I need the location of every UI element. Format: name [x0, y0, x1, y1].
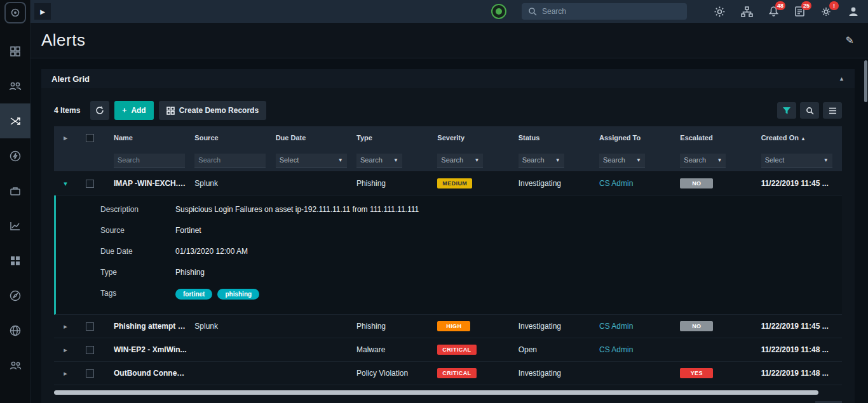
cell-type: Phishing [356, 322, 437, 331]
expand-row-caret[interactable]: ▸ [64, 322, 67, 331]
column-header-severity[interactable]: Severity [437, 134, 518, 142]
filter-severity-value: Search [441, 156, 463, 164]
filter-name-input[interactable] [114, 154, 185, 168]
expand-row-caret[interactable]: ▸ [64, 369, 67, 378]
cell-assigned-to-link[interactable]: CS Admin [599, 345, 680, 354]
sidebar-item-apps[interactable] [0, 243, 31, 278]
collapse-panel-icon[interactable]: ▲ [839, 76, 844, 82]
cell-created-on: 11/22/2019 11:48 ... [761, 345, 842, 354]
cell-status: Open [519, 345, 599, 354]
sidebar-item-global[interactable] [0, 313, 31, 348]
table-row[interactable]: ▸ WIN-EP2 - XmlWin... Malware CRITICAL O… [54, 338, 842, 362]
row-checkbox[interactable] [86, 369, 94, 378]
filter-assigned-to-select[interactable]: Search▼ [599, 154, 645, 168]
grid-menu-button[interactable] [823, 102, 842, 119]
filter-due-date-select[interactable]: Select▼ [276, 154, 347, 168]
cell-name[interactable]: WIN-EP2 - XmlWin... [114, 345, 194, 354]
column-header-assigned-to[interactable]: Assigned To [599, 134, 680, 142]
system-health-indicator[interactable] [491, 4, 506, 19]
column-header-escalated[interactable]: Escalated [680, 134, 761, 142]
global-search-input[interactable] [542, 7, 669, 16]
gear-icon [714, 6, 726, 18]
horizontal-scrollbar[interactable] [54, 390, 842, 395]
app-logo[interactable] [4, 2, 26, 23]
filter-status-select[interactable]: Search▼ [519, 154, 564, 168]
column-header-type[interactable]: Type [356, 134, 437, 142]
cell-status: Investigating [519, 369, 599, 378]
filter-type-select[interactable]: Search▼ [356, 154, 402, 168]
horizontal-scrollbar-thumb[interactable] [54, 390, 818, 395]
notifications-button[interactable]: 48 [768, 6, 779, 17]
collapse-row-caret[interactable]: ▾ [64, 180, 67, 188]
filter-severity-select[interactable]: Search▼ [437, 154, 483, 168]
vertical-scrollbar[interactable] [864, 60, 867, 102]
demo-grid-icon [166, 107, 175, 115]
cell-assigned-to-link[interactable]: CS Admin [599, 179, 680, 188]
tag-pill[interactable]: phishing [217, 289, 259, 300]
add-button-label: Add [131, 106, 146, 115]
user-menu-button[interactable] [848, 6, 859, 17]
plus-icon: + [122, 106, 126, 115]
sidebar-item-war-room[interactable] [0, 173, 31, 208]
hamburger-icon [829, 107, 837, 114]
column-header-created-on[interactable]: Created On ▲ [761, 134, 842, 142]
cell-created-on: 11/22/2019 11:45 ... [761, 179, 842, 188]
escalated-badge: YES [680, 368, 713, 378]
row-checkbox[interactable] [86, 346, 94, 354]
play-icon: ▶ [40, 8, 45, 15]
playbook-run-button[interactable]: ▶ [34, 3, 51, 20]
settings-button[interactable] [714, 6, 726, 18]
cell-status: Investigating [519, 322, 599, 331]
severity-badge: CRITICAL [437, 368, 476, 378]
sidebar-item-users[interactable] [0, 348, 31, 383]
expand-row-caret[interactable]: ▸ [64, 346, 67, 354]
table-row[interactable]: ▾ IMAP -WIN-EXCH.c... Splunk Phishing ME… [54, 172, 842, 195]
table-row[interactable]: ▸ Phishing attempt o... Splunk Phishing … [54, 315, 842, 338]
detail-value-description: Suspicious Login Failures on asset ip-19… [175, 203, 419, 214]
sidebar-item-queues[interactable] [0, 69, 31, 103]
pagination-bar: « ‹ 1 of 1 › » Items Per Page 30▼ [54, 397, 842, 403]
team-icon [9, 81, 22, 91]
select-all-checkbox[interactable] [86, 134, 94, 142]
chevron-down-icon: ▼ [474, 157, 479, 163]
cell-assigned-to-link[interactable]: CS Admin [599, 322, 680, 331]
sidebar-item-threat-intel[interactable] [0, 278, 31, 313]
filter-escalated-select[interactable]: Search▼ [680, 154, 726, 168]
sidebar-item-routing-active[interactable] [0, 103, 31, 138]
filter-button[interactable] [777, 102, 796, 119]
column-header-name[interactable]: Name [114, 134, 194, 142]
global-search[interactable] [522, 3, 687, 20]
column-header-due-date[interactable]: Due Date [276, 134, 356, 142]
sidebar-item-reports[interactable] [0, 208, 31, 243]
system-alerts-button[interactable]: ! [820, 6, 832, 17]
org-hierarchy-button[interactable] [741, 6, 753, 17]
filter-source-input[interactable] [194, 154, 266, 168]
edit-page-button[interactable]: ✎ [846, 34, 854, 46]
row-checkbox[interactable] [86, 180, 94, 188]
topbar: ▶ 48 25 ! [31, 0, 868, 23]
panel-header[interactable]: Alert Grid ▲ [41, 69, 855, 88]
notifications-count-badge: 48 [775, 1, 785, 10]
grid-search-button[interactable] [800, 102, 819, 119]
sidebar-item-automation[interactable] [0, 138, 31, 173]
column-header-source[interactable]: Source [194, 134, 275, 142]
refresh-button[interactable] [90, 101, 109, 120]
tag-pill[interactable]: fortinet [175, 289, 212, 300]
page-header: Alerts ✎ [31, 23, 868, 58]
column-header-status[interactable]: Status [519, 134, 599, 142]
sidebar-item-dashboard[interactable] [0, 34, 31, 69]
cell-name[interactable]: Phishing attempt o... [114, 322, 194, 331]
cell-name[interactable]: OutBound Connecti... [114, 369, 194, 378]
expand-all-caret[interactable]: ▸ [64, 134, 67, 142]
cell-name[interactable]: IMAP -WIN-EXCH.c... [114, 179, 194, 188]
add-button[interactable]: +Add [114, 101, 153, 120]
health-dot-icon [496, 8, 502, 15]
sort-asc-icon: ▲ [801, 136, 806, 142]
alert-grid-panel: Alert Grid ▲ 4 Items +Add Create Demo Re… [41, 69, 855, 403]
filter-created-on-select[interactable]: Select▼ [761, 154, 832, 168]
row-checkbox[interactable] [86, 322, 94, 331]
pending-tasks-button[interactable]: 25 [794, 6, 805, 17]
create-demo-records-button[interactable]: Create Demo Records [159, 101, 266, 120]
hierarchy-icon [741, 6, 753, 17]
table-row[interactable]: ▸ OutBound Connecti... Policy Violation … [54, 362, 842, 385]
